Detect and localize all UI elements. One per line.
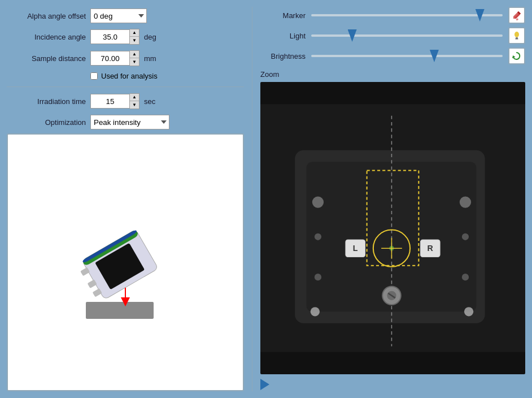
- irradiation-time-input[interactable]: 15: [90, 94, 130, 109]
- irradiation-time-row: Irradiation time 15 ▲ ▼ sec: [7, 92, 244, 111]
- incidence-angle-spinners: ▲ ▼: [130, 29, 139, 45]
- refresh-icon: [512, 51, 522, 61]
- svg-point-34: [462, 274, 469, 280]
- sample-distance-input[interactable]: 70.00: [90, 51, 130, 66]
- svg-text:R: R: [428, 244, 434, 253]
- sample-distance-down[interactable]: ▼: [130, 58, 139, 66]
- brightness-slider[interactable]: [311, 55, 503, 57]
- sample-distance-up[interactable]: ▲: [130, 51, 139, 58]
- irradiation-time-label: Irradiation time: [7, 97, 86, 106]
- optimization-label: Optimization: [7, 118, 86, 127]
- used-for-analysis-checkbox[interactable]: [90, 72, 98, 80]
- pen-icon: [512, 10, 522, 20]
- irradiation-time-input-group: 15 ▲ ▼: [90, 93, 139, 109]
- brightness-icon-button[interactable]: [508, 47, 525, 64]
- lamp-icon: [512, 31, 522, 41]
- marker-row: Marker: [260, 7, 525, 24]
- sample-distance-spinners: ▲ ▼: [130, 50, 139, 66]
- right-panel: Marker Light: [260, 7, 525, 391]
- svg-point-35: [312, 196, 324, 207]
- zoom-label: Zoom: [260, 70, 525, 79]
- alpha-angle-select[interactable]: 0 deg 5 deg 10 deg: [90, 8, 147, 23]
- svg-rect-13: [516, 38, 518, 40]
- diagram-box: [7, 133, 244, 391]
- svg-point-37: [311, 307, 320, 316]
- light-row: Light: [260, 27, 525, 44]
- svg-point-31: [315, 233, 321, 240]
- svg-point-36: [460, 196, 471, 207]
- irradiation-time-up[interactable]: ▲: [130, 94, 139, 101]
- sample-distance-unit: mm: [144, 54, 156, 63]
- light-slider-container: [311, 30, 503, 41]
- used-for-analysis-label: Used for analysis: [101, 72, 158, 80]
- incidence-angle-input[interactable]: 35.0: [90, 29, 130, 44]
- sample-distance-input-group: 70.00 ▲ ▼: [90, 50, 139, 66]
- camera-image: L R: [260, 82, 525, 374]
- brightness-label: Brightness: [260, 52, 306, 60]
- irradiation-time-spinners: ▲ ▼: [130, 93, 139, 109]
- vertical-separator: [252, 7, 252, 391]
- marker-slider[interactable]: [311, 14, 503, 16]
- sample-distance-row: Sample distance 70.00 ▲ ▼ mm: [7, 49, 244, 68]
- brightness-row: Brightness: [260, 47, 525, 64]
- optimization-row: Optimization Peak intensity Signal-to-no…: [7, 113, 244, 131]
- marker-slider-container: [311, 10, 503, 21]
- camera-view: L R: [260, 82, 525, 374]
- light-icon-button[interactable]: [508, 27, 525, 44]
- incidence-angle-up[interactable]: ▲: [130, 29, 139, 37]
- marker-label: Marker: [260, 11, 306, 20]
- irradiation-time-unit: sec: [144, 97, 155, 106]
- alpha-angle-label: Alpha angle offset: [7, 12, 86, 20]
- left-panel: Alpha angle offset 0 deg 5 deg 10 deg In…: [7, 7, 244, 391]
- incidence-angle-input-group: 35.0 ▲ ▼: [90, 29, 139, 45]
- alpha-angle-row: Alpha angle offset 0 deg 5 deg 10 deg: [7, 7, 244, 25]
- svg-point-32: [462, 233, 469, 240]
- incidence-angle-down[interactable]: ▼: [130, 37, 139, 44]
- instrument-diagram: [41, 194, 210, 330]
- svg-text:L: L: [353, 244, 358, 253]
- used-for-analysis-row: Used for analysis: [90, 70, 244, 82]
- zoom-arrow-row: [260, 378, 525, 391]
- marker-icon-button[interactable]: [508, 7, 525, 24]
- svg-point-38: [464, 307, 473, 316]
- svg-rect-0: [86, 302, 154, 319]
- irradiation-time-down[interactable]: ▼: [130, 101, 139, 109]
- incidence-angle-unit: deg: [144, 33, 156, 41]
- zoom-arrow-button[interactable]: [260, 379, 269, 390]
- brightness-slider-container: [311, 50, 503, 62]
- incidence-angle-row: Incidence angle 35.0 ▲ ▼ deg: [7, 27, 244, 46]
- light-slider[interactable]: [311, 34, 503, 37]
- svg-point-11: [514, 32, 519, 37]
- svg-rect-12: [516, 37, 518, 38]
- optimization-select[interactable]: Peak intensity Signal-to-noise Manual: [90, 115, 169, 129]
- light-label: Light: [260, 32, 306, 40]
- svg-point-33: [315, 274, 321, 280]
- svg-marker-14: [512, 55, 516, 58]
- incidence-angle-label: Incidence angle: [7, 33, 86, 41]
- sample-distance-label: Sample distance: [7, 54, 86, 63]
